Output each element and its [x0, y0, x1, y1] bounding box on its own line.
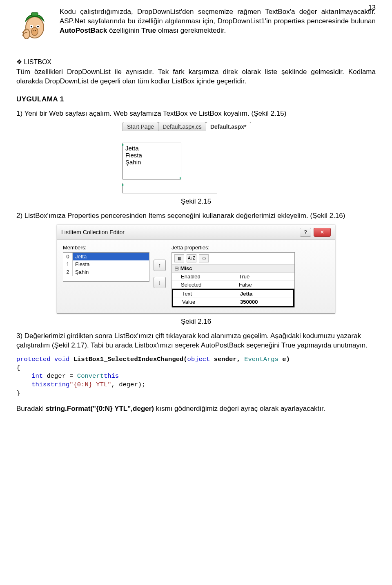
smart-tag-icon: ▸ — [122, 142, 124, 147]
close-button[interactable]: ✕ — [314, 228, 331, 237]
svg-point-6 — [31, 27, 38, 36]
textbox-control[interactable]: ▸ — [122, 183, 217, 193]
figure-2-15-caption: Şekil 2.15 — [16, 197, 376, 206]
intro-paragraph: Kodu çalıştırdığımızda, DropDownList'den… — [60, 7, 376, 52]
tab-start-page[interactable]: Start Page — [122, 122, 158, 131]
mascot-image — [16, 7, 53, 52]
listbox-paragraph: Tüm özellikleri DropDownList ile aynısıd… — [16, 67, 376, 86]
alphabetical-icon[interactable]: A↓Z — [187, 254, 196, 262]
code-block: protected void ListBox1_SelectedIndexCha… — [16, 355, 376, 398]
svg-point-5 — [37, 26, 39, 27]
svg-point-3 — [31, 26, 32, 27]
member-row[interactable]: 0Jetta — [63, 253, 149, 260]
closing-paragraph: Buradaki string.Format("{0:N} YTL",deger… — [16, 404, 376, 414]
members-listbox[interactable]: 0Jetta 1Fiesta 2Şahin — [63, 252, 149, 282]
figure-2-16-caption: Şekil 2.16 — [16, 318, 376, 326]
listbox-item: Jetta — [125, 145, 178, 152]
uygulama1-heading: UYGULAMA 1 — [16, 95, 376, 103]
designer-surface: ▸ Jetta Fiesta Şahin ▸ ▸ — [122, 143, 376, 193]
tab-default-cs[interactable]: Default.aspx.cs — [158, 122, 206, 131]
listbox-item: Fiesta — [125, 152, 178, 159]
properties-label: Jetta properties: — [172, 244, 329, 251]
dialog-title: ListItem Collection Editor — [61, 229, 125, 235]
property-row-value[interactable]: Value350000 — [173, 298, 293, 306]
step-1: 1) Yeni bir Web sayfası açalım. Web sayf… — [16, 109, 376, 119]
property-row-selected[interactable]: SelectedFalse — [172, 281, 294, 289]
vs-tabstrip: Start Page Default.aspx.cs Default.aspx* — [122, 122, 376, 131]
member-row[interactable]: 1Fiesta — [63, 260, 149, 268]
step-3: 3) Değerlerimizi girdikten sonra ListBox… — [16, 332, 376, 350]
property-row-text[interactable]: TextJetta — [173, 290, 293, 298]
listbox-heading: LISTBOX — [16, 58, 376, 66]
tab-default-aspx[interactable]: Default.aspx* — [206, 122, 251, 131]
step-2: 2) ListBox'ımıza Properties penceresinde… — [16, 211, 376, 221]
page-number: 13 — [368, 4, 376, 11]
listbox-item: Şahin — [125, 159, 178, 166]
resize-handle-icon: ▸ — [180, 175, 182, 180]
svg-point-8 — [35, 30, 36, 31]
member-row[interactable]: 2Şahin — [63, 268, 149, 276]
move-up-button[interactable]: ↑ — [154, 260, 166, 271]
property-pages-icon[interactable]: ▭ — [199, 254, 209, 262]
svg-point-7 — [33, 30, 34, 31]
listitem-collection-editor-dialog: ListItem Collection Editor ? ✕ Members: … — [57, 225, 335, 314]
svg-rect-1 — [31, 13, 38, 16]
property-category-misc: Misc — [172, 264, 294, 273]
property-row-enabled[interactable]: EnabledTrue — [172, 273, 294, 281]
move-down-button[interactable]: ↓ — [154, 277, 166, 288]
property-grid[interactable]: ▦ A↓Z ▭ Misc EnabledTrue SelectedFalse T… — [172, 252, 295, 307]
smart-tag-icon: ▸ — [122, 182, 124, 187]
members-label: Members: — [63, 244, 166, 251]
help-button[interactable]: ? — [300, 228, 311, 237]
listbox-control[interactable]: ▸ Jetta Fiesta Şahin ▸ — [122, 143, 181, 179]
categorized-icon[interactable]: ▦ — [174, 254, 184, 262]
